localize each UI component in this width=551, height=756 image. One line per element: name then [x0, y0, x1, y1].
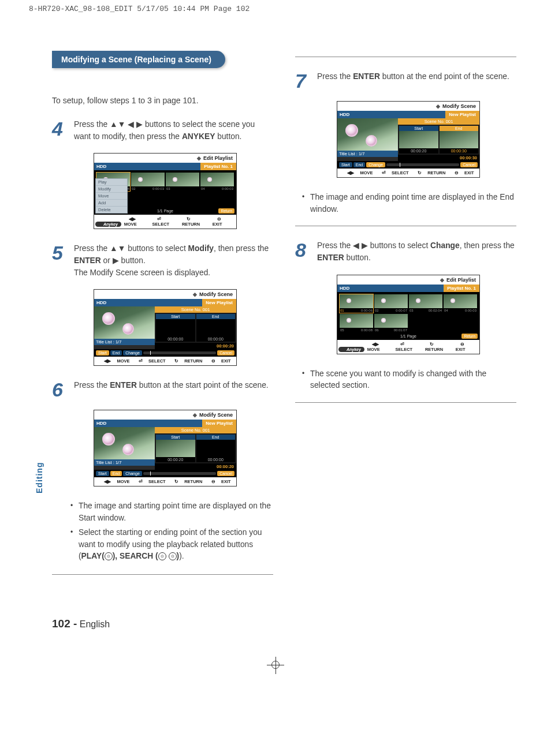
nav-return: ↻ RETURN	[170, 358, 202, 364]
step-number: 6	[52, 380, 66, 399]
step-body: Press the ▲▼ ◀ ▶ buttons to select the s…	[74, 119, 273, 143]
page-footer: 102 - English	[0, 606, 551, 653]
menu-delete: Delete	[96, 207, 127, 213]
step6-note1: The image and starting point time are di…	[70, 500, 273, 524]
intro-text: To setup, follow steps 1 to 3 in page 10…	[52, 96, 273, 105]
step-8: 8 Press the ◀ ▶ buttons to select Change…	[295, 240, 516, 264]
title-list-label: Title List : 1/7	[94, 339, 155, 345]
step-body: Press the ENTER button at the start poin…	[74, 380, 269, 399]
nav-move: ◀▶ MOVE	[124, 216, 152, 227]
step-7: 7 Press the ENTER button at the end poin…	[295, 71, 516, 91]
print-job-line: 8-HR720-XAC_98-108_EDIT 5/17/05 10:44 PM…	[0, 0, 551, 13]
screenshot-step5: Modify Scene HDD New Playlist Title List…	[94, 289, 273, 366]
step-4: 4 Press the ▲▼ ◀ ▶ buttons to select the…	[52, 119, 273, 143]
nav-move: ◀▶ MOVE	[99, 358, 129, 364]
step-5: 5 Press the ▲▼ buttons to select Modify,…	[52, 243, 273, 279]
nav-return: ↻ RETURN	[182, 216, 213, 227]
step-body: Press the ▲▼ buttons to select Modify, t…	[74, 243, 273, 279]
nav-select: ⏎ SELECT	[134, 358, 166, 364]
step-body: Press the ENTER button at the end point …	[317, 71, 509, 91]
page-content: Modifying a Scene (Replacing a Scene) To…	[0, 16, 551, 606]
step-number: 5	[52, 243, 66, 279]
step-6: 6 Press the ENTER button at the start po…	[52, 380, 273, 399]
label-playlist-no: Playlist No. 1	[200, 163, 236, 170]
anykey-menu: Play Modify Move Add Delete	[95, 178, 128, 214]
elapsed-time: 00:00:20	[155, 343, 236, 349]
mock-title: Edit Playlist	[197, 155, 233, 161]
screenshot-step6: Modify Scene HDD New Playlist Title List…	[94, 410, 273, 486]
step8-note: The scene you want to modify is changed …	[302, 368, 516, 392]
scene-no: Scene No. 001	[155, 306, 236, 313]
step6-note2: Select the starting or ending point of t…	[70, 527, 273, 563]
nav-exit: ⊖ EXIT	[207, 358, 231, 364]
left-column: Modifying a Scene (Replacing a Scene) To…	[52, 51, 273, 589]
menu-play: Play	[96, 179, 127, 186]
screenshot-step7: Modify Scene HDD New Playlist Title List…	[337, 101, 516, 178]
menu-move: Move	[96, 193, 127, 200]
anykey-badge: Anykey	[95, 222, 121, 227]
return-button: Return	[218, 208, 234, 214]
menu-modify: Modify	[96, 186, 127, 193]
menu-add: Add	[96, 200, 127, 207]
label-hdd: HDD	[96, 164, 106, 169]
screenshot-step8: Edit Playlist HDD Playlist No. 1 010:00:…	[337, 275, 516, 354]
page-number: 102 -	[52, 617, 77, 630]
section-heading: Modifying a Scene (Replacing a Scene)	[52, 51, 225, 68]
screenshot-step4: Edit Playlist HDD Playlist No. 1 0100:02…	[94, 153, 273, 229]
side-tab-editing: Editing	[35, 462, 44, 493]
nav-select: ⏎ SELECT	[152, 216, 182, 227]
step-number: 7	[295, 71, 309, 91]
step-body: Press the ◀ ▶ buttons to select Change, …	[317, 240, 516, 264]
page-header-meta: 8-HR720-XAC_98-108_EDIT 5/17/05 10:44 PM…	[0, 0, 551, 16]
right-column: 7 Press the ENTER button at the end poin…	[295, 51, 516, 589]
step4-text-b: button.	[215, 132, 241, 141]
label-anykey: ANYKEY	[182, 132, 215, 141]
step-number: 4	[52, 119, 66, 143]
nav-exit: ⊖ EXIT	[213, 216, 235, 227]
crop-marks	[0, 653, 551, 676]
step7-note: The image and ending point time are disp…	[302, 192, 516, 215]
step5-sub: The Modify Scene screen is displayed.	[74, 268, 210, 277]
page-lang: English	[80, 619, 110, 629]
step-number: 8	[295, 240, 309, 264]
